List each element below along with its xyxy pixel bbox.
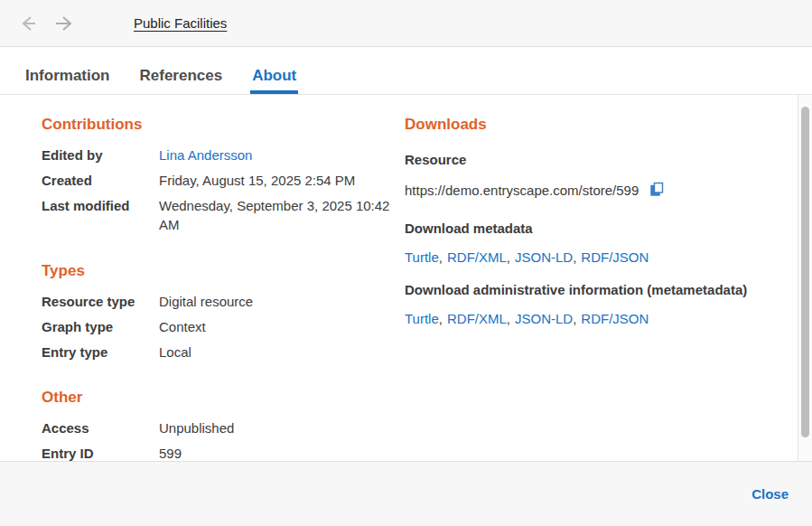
arrow-right-icon <box>52 14 74 33</box>
entry-id-value: 599 <box>159 444 398 461</box>
close-button[interactable]: Close <box>751 486 789 502</box>
back-button[interactable] <box>16 12 40 35</box>
separator: , <box>573 249 576 265</box>
last-modified-row: Last modified Wednesday, September 3, 20… <box>42 196 405 234</box>
graph-type-row: Graph type Context <box>42 317 405 336</box>
scrollbar-thumb[interactable] <box>801 107 809 437</box>
downloads-heading: Downloads <box>405 115 779 135</box>
admin-format-links: Turtle,RDF/XML,JSON-LD,RDF/JSON <box>405 309 779 328</box>
separator: , <box>573 311 576 326</box>
created-value: Friday, August 15, 2025 2:54 PM <box>159 171 398 190</box>
copy-icon <box>649 182 664 200</box>
created-row: Created Friday, August 15, 2025 2:54 PM <box>42 171 405 190</box>
entry-id-row: Entry ID 599 <box>42 444 405 461</box>
types-heading: Types <box>42 261 405 281</box>
access-value: Unpublished <box>159 418 398 437</box>
contributions-heading: Contributions <box>42 115 405 135</box>
types-section: Types Resource type Digital resource Gra… <box>42 261 405 362</box>
about-content: Contributions Edited by Lina Andersson C… <box>0 95 798 461</box>
admin-rdfxml-link[interactable]: RDF/XML <box>447 311 507 326</box>
copy-url-button[interactable] <box>649 182 664 200</box>
access-label: Access <box>42 418 159 437</box>
arrow-left-icon <box>17 14 39 33</box>
dialog-body: Contributions Edited by Lina Andersson C… <box>0 95 812 461</box>
resource-label: Resource <box>405 150 779 169</box>
metadata-turtle-link[interactable]: Turtle <box>405 249 439 265</box>
last-modified-label: Last modified <box>42 196 159 234</box>
other-heading: Other <box>42 388 405 408</box>
metadata-rdfxml-link[interactable]: RDF/XML <box>447 249 507 265</box>
last-modified-value: Wednesday, September 3, 2025 10:42 AM <box>159 196 398 234</box>
left-column: Contributions Edited by Lina Andersson C… <box>42 95 405 461</box>
separator: , <box>507 311 510 326</box>
tab-about[interactable]: About <box>252 47 296 94</box>
dialog-footer: Close <box>0 461 812 526</box>
downloads-section: Downloads Resource https://demo.entrysca… <box>405 95 798 461</box>
resource-url: https://demo.entryscape.com/store/599 <box>405 181 639 200</box>
created-label: Created <box>42 171 159 190</box>
entry-type-label: Entry type <box>42 343 159 362</box>
separator: , <box>439 311 443 326</box>
tab-bar: Information References About <box>0 47 812 95</box>
edited-by-row: Edited by Lina Andersson <box>42 146 405 164</box>
admin-turtle-link[interactable]: Turtle <box>405 311 439 326</box>
graph-type-value: Context <box>159 317 398 336</box>
entry-title-link[interactable]: Public Facilities <box>134 15 227 31</box>
edited-by-user-link[interactable]: Lina Andersson <box>159 147 252 163</box>
about-dialog: Public Facilities Information References… <box>0 0 812 526</box>
entry-type-row: Entry type Local <box>42 343 405 362</box>
dialog-header: Public Facilities <box>0 0 812 47</box>
admin-rdfjson-link[interactable]: RDF/JSON <box>581 311 649 326</box>
resource-url-row: https://demo.entryscape.com/store/599 <box>405 181 779 200</box>
tab-information[interactable]: Information <box>25 47 110 94</box>
metadata-format-links: Turtle,RDF/XML,JSON-LD,RDF/JSON <box>405 248 779 267</box>
resource-type-value: Digital resource <box>159 292 398 311</box>
separator: , <box>507 249 510 265</box>
resource-type-row: Resource type Digital resource <box>42 292 405 311</box>
forward-button[interactable] <box>51 12 75 35</box>
contributions-section: Contributions Edited by Lina Andersson C… <box>42 115 405 234</box>
graph-type-label: Graph type <box>42 317 159 336</box>
separator: , <box>439 249 443 265</box>
entry-type-value: Local <box>159 343 398 362</box>
download-admin-label: Download administrative information (met… <box>405 280 779 299</box>
edited-by-label: Edited by <box>42 146 159 164</box>
download-metadata-label: Download metadata <box>405 219 779 238</box>
resource-type-label: Resource type <box>42 292 159 311</box>
access-row: Access Unpublished <box>42 418 405 437</box>
other-section: Other Access Unpublished Entry ID 599 <box>42 388 405 461</box>
admin-jsonld-link[interactable]: JSON-LD <box>515 311 573 326</box>
entry-id-label: Entry ID <box>42 444 159 461</box>
metadata-jsonld-link[interactable]: JSON-LD <box>515 249 573 265</box>
metadata-rdfjson-link[interactable]: RDF/JSON <box>581 249 649 265</box>
tab-references[interactable]: References <box>140 47 223 94</box>
scrollbar[interactable] <box>798 95 812 461</box>
